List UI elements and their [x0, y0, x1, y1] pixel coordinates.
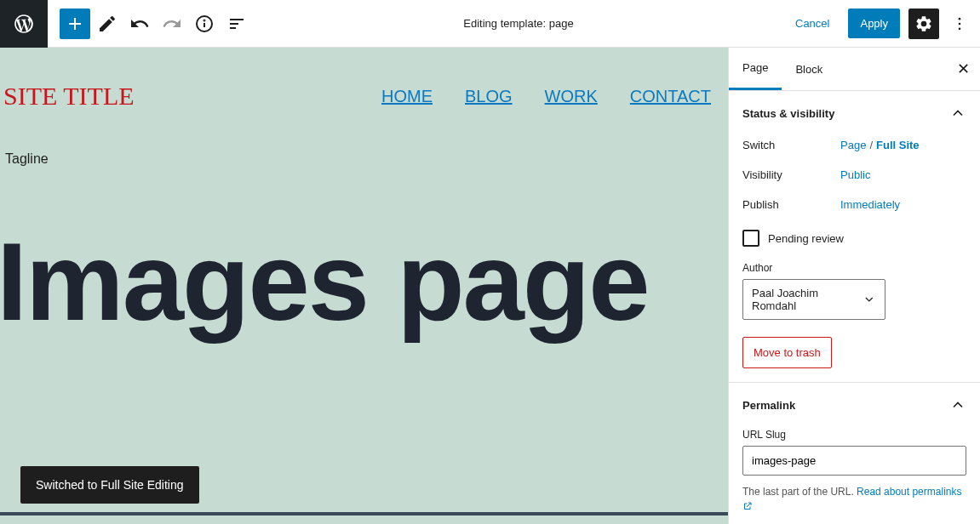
- panel-status-visibility[interactable]: Status & visibility: [742, 105, 966, 122]
- chevron-up-icon: [949, 105, 966, 122]
- settings-sidebar: Page Block ✕ Status & visibility Switch …: [728, 48, 980, 524]
- pending-review-label: Pending review: [768, 232, 844, 245]
- nav-link-home[interactable]: HOME: [381, 87, 433, 106]
- tab-page[interactable]: Page: [729, 48, 782, 90]
- close-sidebar-icon[interactable]: ✕: [957, 60, 970, 78]
- editor-canvas[interactable]: SITE TITLE HOME BLOG WORK CONTACT Taglin…: [0, 48, 728, 524]
- document-title: Editing template: page: [252, 17, 785, 30]
- nav-link-contact[interactable]: CONTACT: [630, 87, 711, 106]
- svg-point-4: [959, 22, 961, 25]
- switch-fullsite-link[interactable]: Full Site: [876, 139, 920, 151]
- site-navigation: HOME BLOG WORK CONTACT: [381, 87, 719, 106]
- redo-icon[interactable]: [157, 9, 187, 39]
- chevron-down-icon: [863, 293, 876, 306]
- svg-point-2: [204, 20, 205, 20]
- external-link-icon: [742, 501, 753, 511]
- publish-label: Publish: [742, 198, 840, 211]
- tab-block[interactable]: Block: [782, 48, 836, 90]
- chevron-up-icon: [949, 396, 966, 413]
- undo-icon[interactable]: [124, 9, 155, 39]
- author-label: Author: [742, 262, 966, 274]
- switch-page-link[interactable]: Page: [840, 139, 866, 151]
- nav-link-work[interactable]: WORK: [545, 87, 598, 106]
- pending-review-checkbox[interactable]: [742, 230, 759, 247]
- edit-icon[interactable]: [92, 9, 123, 39]
- cancel-button[interactable]: Cancel: [785, 10, 840, 37]
- list-view-icon[interactable]: [221, 9, 252, 39]
- permalink-helper: The last part of the URL. Read about per…: [742, 484, 966, 515]
- author-select[interactable]: Paal Joachim Romdahl: [742, 279, 885, 320]
- add-block-button[interactable]: [60, 9, 90, 39]
- url-slug-label: URL Slug: [742, 429, 966, 441]
- svg-point-5: [959, 27, 961, 30]
- more-options-icon[interactable]: [948, 9, 971, 39]
- publish-value[interactable]: Immediately: [840, 198, 900, 211]
- page-title[interactable]: Images page: [0, 226, 728, 337]
- site-title[interactable]: SITE TITLE: [3, 82, 135, 111]
- panel-permalink[interactable]: Permalink: [742, 396, 966, 413]
- svg-point-3: [959, 17, 961, 20]
- settings-button[interactable]: [908, 9, 939, 39]
- apply-button[interactable]: Apply: [848, 9, 900, 38]
- canvas-divider: [0, 512, 728, 519]
- info-icon[interactable]: [189, 9, 220, 39]
- notification-toast: Switched to Full Site Editing: [20, 466, 199, 504]
- switch-label: Switch: [742, 139, 840, 151]
- nav-link-blog[interactable]: BLOG: [465, 87, 513, 106]
- site-tagline[interactable]: Tagline: [0, 119, 728, 167]
- move-to-trash-button[interactable]: Move to trash: [742, 337, 832, 368]
- wordpress-logo[interactable]: [0, 0, 48, 48]
- url-slug-input[interactable]: [742, 446, 966, 476]
- visibility-value[interactable]: Public: [840, 168, 870, 181]
- visibility-label: Visibility: [742, 168, 840, 181]
